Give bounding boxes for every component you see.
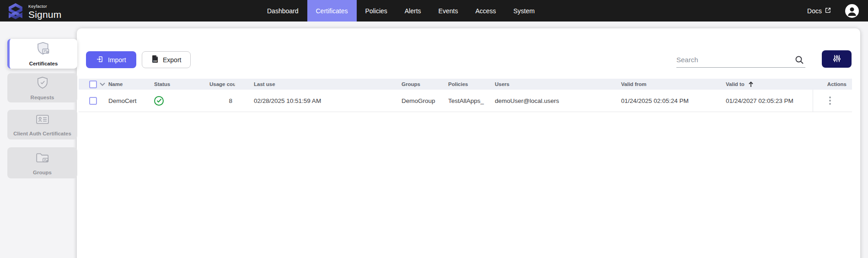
cell-users: demoUser@local.users — [495, 97, 621, 104]
row-actions-kebab-icon[interactable] — [825, 95, 835, 107]
column-header-groups[interactable]: Groups — [402, 81, 448, 87]
id-card-icon — [35, 113, 50, 128]
brand-company: Keyfactor — [28, 5, 61, 9]
keyfactor-logo-icon — [6, 1, 25, 22]
nav-item-access[interactable]: Access — [466, 0, 504, 22]
cell-last-use: 02/28/2025 10:51:59 AM — [235, 97, 402, 104]
column-header-actions: Actions — [813, 81, 852, 87]
column-header-last-use[interactable]: Last use — [235, 81, 402, 87]
table-header-row: Name Status Usage count Last use Groups … — [79, 79, 852, 90]
export-label: Export — [163, 56, 181, 64]
cell-valid-to: 01/24/2027 02:05:23 PM — [726, 97, 813, 104]
nav-item-alerts[interactable]: Alerts — [396, 0, 430, 22]
table-row[interactable]: DemoCert 8 02/28/2025 10:51:59 AM DemoGr… — [79, 90, 852, 112]
user-avatar[interactable] — [845, 4, 859, 18]
column-header-usage-count[interactable]: Usage count — [209, 81, 235, 87]
external-link-icon — [825, 7, 831, 15]
shield-check-icon — [36, 76, 49, 91]
cell-groups: DemoGroup — [402, 97, 448, 104]
column-header-policies[interactable]: Policies — [448, 81, 495, 87]
svg-text:csv: csv — [153, 59, 157, 62]
cell-name[interactable]: DemoCert — [108, 97, 154, 104]
import-icon — [96, 55, 104, 64]
search-input[interactable] — [676, 56, 793, 64]
cell-usage-count: 8 — [209, 97, 235, 104]
brand-product: Signum — [28, 10, 61, 19]
column-header-name[interactable]: Name — [108, 81, 154, 87]
select-all-checkbox[interactable] — [89, 81, 97, 88]
valid-to-label: Valid to — [726, 81, 745, 87]
folder-icon — [35, 151, 50, 167]
select-menu-chevron-down-icon[interactable] — [100, 81, 105, 87]
sidebar-item-label: Client Auth Certificates — [12, 131, 72, 136]
nav-item-events[interactable]: Events — [430, 0, 467, 22]
main-nav: Dashboard Certificates Policies Alerts E… — [258, 0, 543, 22]
sidebar-item-requests[interactable]: Requests — [7, 73, 77, 102]
cell-valid-from: 01/24/2025 02:05:24 PM — [621, 97, 726, 104]
sidebar-item-label: Certificates — [28, 61, 59, 66]
sidebar-item-label: Groups — [32, 170, 53, 175]
column-header-valid-from[interactable]: Valid from — [621, 81, 726, 87]
certificates-panel: Import csv Export — [77, 28, 860, 258]
nav-item-policies[interactable]: Policies — [357, 0, 396, 22]
filter-sliders-icon — [832, 54, 841, 64]
sidebar-item-groups[interactable]: Groups — [7, 147, 77, 178]
search-field — [676, 52, 805, 68]
brand[interactable]: Keyfactor Signum — [6, 1, 61, 22]
import-button[interactable]: Import — [86, 51, 136, 68]
nav-item-system[interactable]: System — [505, 0, 544, 22]
cell-actions — [813, 90, 852, 112]
sidebar-item-label: Requests — [30, 95, 55, 100]
sort-ascending-icon[interactable] — [748, 81, 754, 87]
csv-file-icon: csv — [151, 55, 159, 64]
cell-policies: TestAllApps_ — [448, 97, 495, 104]
shield-certificate-icon — [36, 41, 51, 58]
column-header-status[interactable]: Status — [154, 81, 209, 87]
column-header-users[interactable]: Users — [495, 81, 621, 87]
export-button[interactable]: csv Export — [142, 51, 191, 68]
certificates-table: Name Status Usage count Last use Groups … — [79, 79, 852, 112]
nav-item-dashboard[interactable]: Dashboard — [258, 0, 307, 22]
cell-status — [154, 96, 209, 106]
row-checkbox[interactable] — [89, 97, 97, 105]
column-header-valid-to[interactable]: Valid to — [726, 81, 813, 87]
docs-label: Docs — [807, 7, 822, 15]
sidebar-item-certificates[interactable]: Certificates — [7, 39, 77, 69]
status-valid-icon — [154, 96, 164, 106]
docs-link[interactable]: Docs — [807, 7, 831, 15]
filter-button[interactable] — [822, 50, 852, 68]
nav-item-certificates[interactable]: Certificates — [307, 0, 357, 22]
search-icon[interactable] — [793, 54, 805, 66]
import-label: Import — [108, 56, 126, 64]
sidebar-item-client-auth-certificates[interactable]: Client Auth Certificates — [7, 110, 77, 140]
top-navbar: Keyfactor Signum Dashboard Certificates … — [0, 0, 868, 22]
